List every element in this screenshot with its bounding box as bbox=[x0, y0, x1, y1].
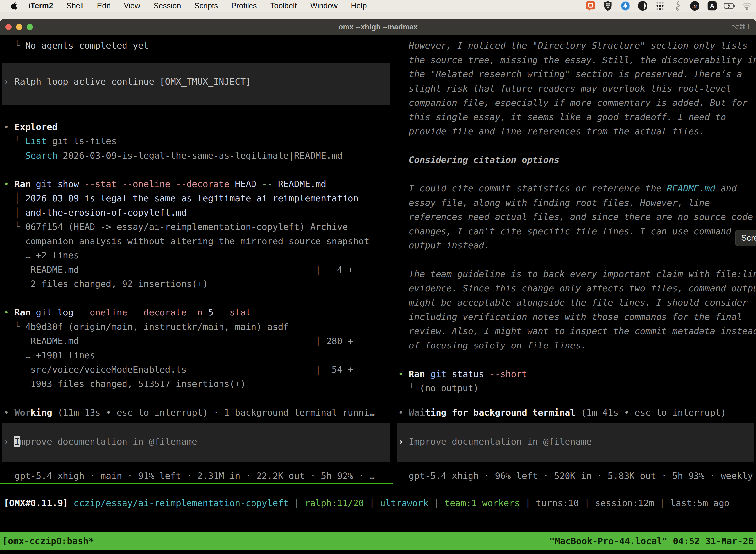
terminal-content[interactable]: └ No agents completed yet› Ralph loop ac… bbox=[0, 35, 756, 554]
moon-circle-icon[interactable] bbox=[637, 0, 648, 12]
terminal-line: 1903 files changed, 513517 insertions(+) bbox=[4, 377, 246, 391]
terminal-line: review. Also, I might want to inspect th… bbox=[398, 324, 756, 338]
terminal-line: evidence. Since this change only affects… bbox=[398, 281, 756, 295]
shield-grid-icon[interactable] bbox=[602, 0, 614, 12]
terminal-line: • Ran git status --short bbox=[398, 367, 527, 381]
terminal-line: └ 4b9d30f (origin/main, instructkr/main,… bbox=[4, 320, 289, 334]
menu-bar: iTerm2ShellEditViewSessionScriptsProfile… bbox=[0, 0, 756, 12]
terminal-line: │ and-the-erosion-of-copyleft.md bbox=[4, 206, 187, 220]
badge-61-icon[interactable]: ..61 bbox=[689, 0, 700, 12]
input-source-icon[interactable]: A bbox=[706, 0, 718, 12]
terminal-line: └ No agents completed yet bbox=[4, 39, 149, 53]
terminal-line: › Improve documentation in @filename bbox=[398, 434, 591, 448]
terminal-line: └ (no output) bbox=[398, 381, 479, 395]
terminal-line: of focusing solely on file lines. bbox=[398, 338, 586, 352]
terminal-line: The team guideline is to back every impo… bbox=[398, 267, 756, 281]
terminal-line: • Explored bbox=[4, 120, 58, 134]
terminal-line: companion file, especially if more comme… bbox=[398, 96, 748, 110]
terminal-line: changes, I can't cite specific file line… bbox=[398, 224, 732, 238]
input-source-letter: A bbox=[710, 3, 714, 9]
menu-item-window[interactable]: Window bbox=[304, 1, 344, 10]
terminal-line: … +2 lines bbox=[4, 248, 79, 262]
pane-bottom-border-left bbox=[0, 483, 393, 484]
terminal-line: Considering citation options bbox=[398, 153, 559, 167]
tmux-host-clock: "MacBook-Pro-44.local" 04:52 31-Mar-26 bbox=[549, 533, 754, 550]
menu-item-help[interactable]: Help bbox=[344, 1, 374, 10]
terminal-line: Search 2026-03-09-is-legal-the-same-as-l… bbox=[4, 149, 342, 163]
terminal-line: gpt-5.4 xhigh · 96% left · 520K in · 5.8… bbox=[398, 468, 756, 483]
pane-divider[interactable] bbox=[393, 35, 393, 484]
tmux-session-name[interactable]: [omx-cczip0:bash* bbox=[2, 533, 94, 550]
menu-item-profiles[interactable]: Profiles bbox=[225, 1, 263, 10]
terminal-line: • Ran git log --oneline --decorate -n 5 … bbox=[4, 305, 251, 320]
wifi-icon[interactable] bbox=[741, 0, 753, 12]
terminal-line: └ List git ls-files bbox=[4, 134, 117, 148]
menu-item-shell[interactable]: Shell bbox=[60, 1, 90, 10]
terminal-line: • Ran git show --stat --oneline --decora… bbox=[4, 177, 326, 191]
blue-badge-icon[interactable] bbox=[620, 0, 631, 12]
terminal-line: › Improve documentation in @filename bbox=[4, 434, 197, 448]
terminal-line: [OMX#0.11.9] cczip/essay/ai-reimplementa… bbox=[4, 496, 730, 510]
terminal-line: the "Related research writing" section i… bbox=[398, 67, 742, 81]
terminal-line: › Ralph loop active continue [OMX_TMUX_I… bbox=[4, 74, 251, 89]
terminal-line: src/voice/voiceModeEnabled.ts | 54 + bbox=[4, 363, 353, 377]
menu-item-session[interactable]: Session bbox=[147, 1, 188, 10]
terminal-line: the source tree, missing the essay. Stil… bbox=[398, 53, 756, 67]
menu-item-edit[interactable]: Edit bbox=[90, 1, 117, 10]
terminal-line: README.md | 280 + bbox=[4, 334, 353, 348]
terminal-line: └ 067f154 (HEAD -> essay/ai-reimplementa… bbox=[4, 220, 348, 234]
terminal-line: including verification notes with those … bbox=[398, 310, 742, 324]
window-shortcut-badge: ⌥⌘1 bbox=[731, 19, 750, 35]
menu-item-view[interactable]: View bbox=[117, 1, 147, 10]
screen-tooltip: Scre bbox=[735, 230, 756, 246]
menu-item-toolbelt[interactable]: Toolbelt bbox=[264, 1, 304, 10]
terminal-line: gpt-5.4 xhigh · main · 91% left · 2.31M … bbox=[4, 468, 375, 483]
badge-61-text: ..61 bbox=[692, 4, 698, 9]
terminal-line: output instead. bbox=[398, 238, 489, 253]
window-titlebar[interactable]: omx --xhigh --madmax ⌥⌘1 bbox=[0, 19, 756, 35]
terminal-line: • Working (11m 13s • esc to interrupt) ·… bbox=[4, 405, 375, 420]
menu-item-scripts[interactable]: Scripts bbox=[188, 1, 225, 10]
terminal-line: • Waiting for background terminal (1m 41… bbox=[398, 405, 726, 420]
pane-bottom-border-right bbox=[393, 484, 756, 484]
terminal-line: slight risk that future readers may over… bbox=[398, 81, 732, 96]
window-title: omx --xhigh --madmax bbox=[0, 19, 756, 35]
terminal-line: However, I noticed the "Directory Struct… bbox=[398, 39, 748, 53]
terminal-line: companion analysis without altering the … bbox=[4, 234, 369, 248]
iterm2-window: omx --xhigh --madmax ⌥⌘1 └ No agents com… bbox=[0, 19, 756, 554]
menu-items: iTerm2ShellEditViewSessionScriptsProfile… bbox=[22, 1, 374, 10]
terminal-line: │ 2026-03-09-is-legal-the-same-as-legiti… bbox=[4, 191, 364, 205]
squiggle-icon[interactable] bbox=[672, 0, 683, 12]
terminal-line: references need actual files, and since … bbox=[398, 210, 753, 224]
terminal-line: might be acceptable alongside the file l… bbox=[398, 295, 748, 310]
terminal-line: 2 files changed, 92 insertions(+) bbox=[4, 277, 208, 291]
tmux-status-bar: [omx-cczip0:bash* "MacBook-Pro-44.local"… bbox=[0, 533, 756, 550]
battery-icon[interactable] bbox=[724, 0, 735, 12]
apple-menu-icon[interactable] bbox=[11, 1, 19, 11]
terminal-line: this single essay, it seems like a good … bbox=[398, 110, 726, 124]
menu-item-iterm2[interactable]: iTerm2 bbox=[22, 1, 60, 10]
chat-icon[interactable] bbox=[585, 0, 596, 12]
terminal-line: … +1901 lines bbox=[4, 348, 95, 363]
dots-grid-icon[interactable] bbox=[654, 0, 666, 12]
terminal-line: I could cite commit statistics or refere… bbox=[398, 181, 737, 195]
terminal-line: essay file, along with finding root file… bbox=[398, 196, 710, 210]
terminal-line: README.md | 4 + bbox=[4, 263, 353, 277]
terminal-line: provide file and line references from th… bbox=[398, 124, 704, 138]
